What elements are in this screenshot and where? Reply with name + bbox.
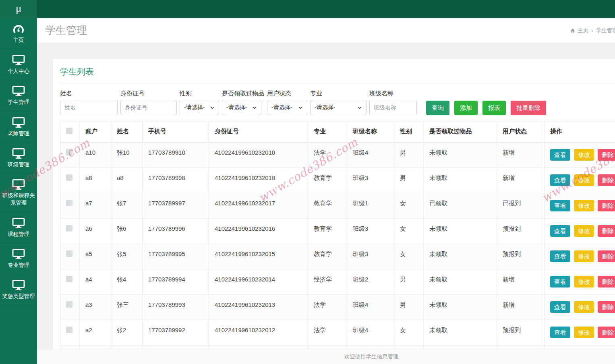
cell-gender: 男 — [394, 142, 424, 168]
row-checkbox[interactable] — [66, 301, 72, 308]
page-header: 学生管理 主页 › 学生管理 — [37, 18, 615, 43]
query-button[interactable]: 查询 — [426, 101, 449, 115]
view-button[interactable]: 查看 — [550, 301, 570, 313]
view-button[interactable]: 查看 — [550, 225, 570, 237]
cell-name: 张6 — [111, 218, 143, 244]
view-button[interactable]: 查看 — [550, 149, 570, 161]
row-checkbox[interactable] — [66, 200, 72, 206]
cell-actions: 查看 修改 删除 — [545, 168, 615, 193]
column-header: 用户状态 — [497, 121, 545, 143]
sidebar-item-course-mgmt[interactable]: 课程管理 — [0, 212, 37, 243]
row-checkbox[interactable] — [66, 174, 72, 181]
user-status-select[interactable]: -请选择- — [267, 100, 307, 115]
cell-name: 张2 — [111, 320, 143, 345]
filter-group-gender: 性别 -请选择- — [180, 90, 219, 115]
sidebar-item-reward-type-mgmt[interactable]: 奖惩类型管理 — [0, 274, 37, 305]
edit-button[interactable]: 修改 — [574, 301, 594, 313]
row-checkbox[interactable] — [66, 250, 72, 257]
sidebar-item-major-mgmt[interactable]: 专业管理 — [0, 243, 37, 274]
delete-button[interactable]: 删除 — [598, 276, 615, 287]
sidebar-item-teacher-mgmt[interactable]: 老师管理 — [0, 112, 37, 143]
view-button[interactable]: 查看 — [550, 174, 570, 186]
column-header: 姓名 — [111, 121, 143, 143]
gender-select[interactable]: -请选择- — [180, 100, 219, 115]
view-button[interactable]: 查看 — [550, 200, 570, 211]
cell-status: 新增 — [497, 168, 545, 193]
sidebar-item-student-mgmt[interactable]: 学生管理 — [0, 80, 37, 111]
delete-button[interactable]: 删除 — [598, 327, 615, 338]
cell-actions: 查看 修改 删除 — [545, 218, 615, 244]
cell-phone: 17703789993 — [143, 294, 209, 320]
cell-gender: 男 — [394, 168, 424, 193]
breadcrumb-home-label: 主页 — [578, 27, 588, 34]
cell-gender: 女 — [394, 193, 424, 218]
app-logo: μ — [0, 0, 37, 18]
view-button[interactable]: 查看 — [550, 276, 570, 287]
cell-id-card: 410224199610232016 — [209, 218, 308, 244]
sidebar-item-class-course-mgmt[interactable]: 班级和课程关系管理 — [0, 174, 37, 212]
cell-received: 未领取 — [424, 269, 497, 294]
column-header: 操作 — [545, 121, 615, 143]
delete-button[interactable]: 删除 — [598, 225, 615, 237]
cell-actions: 查看 修改 删除 — [545, 320, 615, 345]
column-header: 手机号 — [143, 121, 209, 143]
received-item-select[interactable]: -请选择- — [222, 100, 261, 115]
view-button[interactable]: 查看 — [550, 327, 570, 338]
sidebar-item-label: 学生管理 — [1, 99, 36, 106]
view-button[interactable]: 查看 — [550, 250, 570, 262]
delete-button[interactable]: 删除 — [598, 149, 615, 161]
cell-major: 教育学 — [308, 193, 347, 218]
cell-name: a8 — [111, 168, 143, 193]
table-row-张2: a2 张2 17703789992 410224199610232012 法学 … — [60, 320, 615, 345]
cell-actions: 查看 修改 删除 — [545, 269, 615, 294]
report-button[interactable]: 报表 — [482, 101, 506, 115]
top-navbar — [37, 0, 615, 18]
edit-button[interactable]: 修改 — [574, 276, 594, 287]
column-header: 是否领取过物品 — [424, 121, 497, 143]
id-card-input[interactable] — [120, 100, 177, 115]
delete-button[interactable]: 删除 — [598, 301, 615, 313]
edit-button[interactable]: 修改 — [574, 225, 594, 237]
cell-account: a5 — [80, 244, 111, 269]
row-checkbox[interactable] — [66, 276, 72, 282]
edit-button[interactable]: 修改 — [574, 149, 594, 161]
cell-phone: 17703789997 — [143, 193, 209, 218]
edit-button[interactable]: 修改 — [574, 174, 594, 186]
desktop-icon — [11, 148, 26, 159]
delete-button[interactable]: 删除 — [598, 200, 615, 211]
row-checkbox[interactable] — [66, 327, 72, 333]
select-all-checkbox[interactable] — [66, 128, 72, 134]
user-status-label: 用户状态 — [267, 90, 307, 97]
delete-button[interactable]: 删除 — [598, 174, 615, 186]
add-button[interactable]: 添加 — [454, 101, 478, 115]
filter-group-major: 专业 -请选择- — [310, 90, 367, 115]
cell-status: 已报到 — [497, 193, 545, 218]
row-checkbox[interactable] — [66, 225, 72, 232]
cell-phone: 17703789994 — [143, 269, 209, 294]
column-header: 账户 — [80, 121, 111, 143]
cell-class-name: 班级3 — [347, 168, 394, 193]
sidebar-item-home[interactable]: 主页 — [0, 18, 37, 49]
class-name-input[interactable] — [369, 100, 417, 115]
cell-account: a3 — [80, 294, 111, 320]
dashboard-icon — [12, 23, 25, 35]
cell-id-card: 410224199610232013 — [209, 294, 308, 320]
row-checkbox[interactable] — [66, 149, 72, 155]
cell-id-card: 410224199610232018 — [209, 168, 308, 193]
table-row-张4: a4 张4 17703789994 410224199610232014 经济学… — [60, 269, 615, 294]
name-input[interactable] — [60, 100, 118, 115]
edit-button[interactable]: 修改 — [574, 327, 594, 338]
cell-phone: 17703789996 — [143, 218, 209, 244]
major-select[interactable]: -请选择- — [310, 100, 367, 115]
cell-gender: 女 — [394, 320, 424, 345]
sidebar-item-class-mgmt[interactable]: 班级管理 — [0, 143, 37, 174]
filter-group-received-item: 是否领取过物品 -请选择- — [222, 90, 264, 115]
cell-id-card: 410224199610232017 — [209, 193, 308, 218]
edit-button[interactable]: 修改 — [574, 200, 594, 211]
sidebar-item-profile[interactable]: 个人中心 — [0, 49, 37, 80]
delete-button[interactable]: 删除 — [598, 250, 615, 262]
edit-button[interactable]: 修改 — [574, 250, 594, 262]
breadcrumb-home-link[interactable]: 主页 — [570, 27, 588, 34]
cell-gender: 女 — [394, 218, 424, 244]
batch-delete-button[interactable]: 批量删除 — [511, 101, 546, 115]
